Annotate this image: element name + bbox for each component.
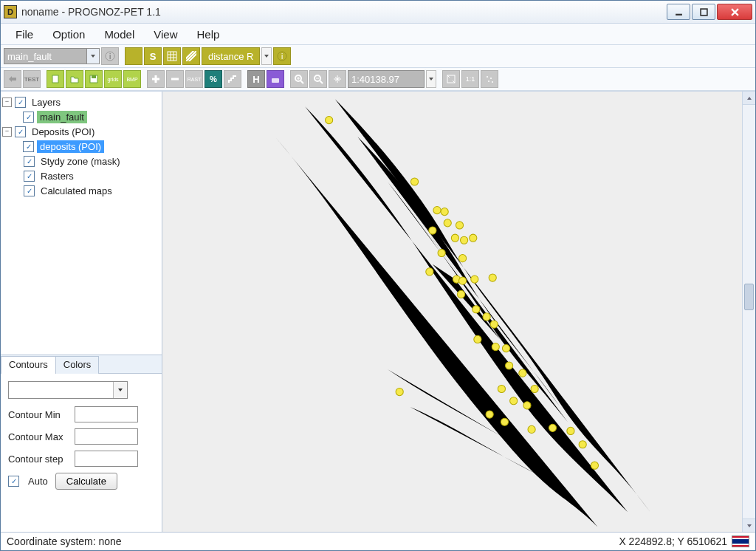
grids-export-icon[interactable]: grids bbox=[104, 70, 122, 88]
checkbox[interactable]: ✓ bbox=[15, 97, 26, 108]
svg-point-71 bbox=[396, 388, 403, 395]
svg-point-33 bbox=[492, 81, 493, 83]
open-icon[interactable] bbox=[66, 70, 83, 88]
tree-node-study-zone[interactable]: ✓ Stydy zone (mask) bbox=[2, 154, 160, 168]
rast-icon[interactable]: RAST bbox=[185, 70, 203, 88]
svg-point-41 bbox=[451, 234, 458, 242]
contour-field-select[interactable] bbox=[8, 381, 128, 399]
svg-point-54 bbox=[490, 321, 498, 328]
distance-r-button[interactable]: distance R bbox=[202, 47, 260, 65]
menu-option[interactable]: Option bbox=[44, 25, 94, 44]
info-icon[interactable]: i bbox=[101, 47, 119, 65]
eraser-icon[interactable] bbox=[267, 70, 284, 88]
tree-node-deposits-group[interactable]: − ✓ Deposits (POI) bbox=[2, 124, 160, 139]
info2-icon[interactable]: i bbox=[273, 47, 291, 65]
layer-combo[interactable]: main_fault bbox=[4, 48, 100, 64]
contour-step-row: Contour step bbox=[8, 451, 154, 467]
map-canvas[interactable] bbox=[162, 92, 755, 527]
auto-checkbox[interactable]: ✓ bbox=[8, 476, 19, 487]
svg-rect-6 bbox=[168, 52, 176, 61]
svg-point-67 bbox=[549, 424, 556, 431]
auto-label: Auto bbox=[28, 476, 48, 487]
tool-col1-icon[interactable] bbox=[125, 47, 142, 65]
svg-point-58 bbox=[506, 362, 513, 369]
minimize-button[interactable] bbox=[667, 4, 690, 20]
layer-combo-value: main_fault bbox=[7, 51, 52, 62]
layer-tree[interactable]: − ✓ Layers ✓ main_fault − ✓ Deposits (PO… bbox=[1, 92, 162, 355]
collapse-icon[interactable]: − bbox=[2, 127, 12, 137]
svg-point-64 bbox=[486, 411, 493, 418]
tree-label: Calculated maps bbox=[38, 185, 115, 197]
close-button[interactable] bbox=[717, 4, 752, 20]
tool-s-icon[interactable]: S bbox=[144, 47, 162, 65]
contour-max-input[interactable] bbox=[75, 428, 138, 445]
tree-label: Stydy zone (mask) bbox=[38, 155, 123, 168]
zoom-extent-icon[interactable] bbox=[442, 70, 460, 88]
svg-text:i: i bbox=[109, 52, 111, 61]
tab-body-contours: Contour Min Contour Max Contour step ✓ A… bbox=[1, 374, 162, 533]
scroll-down-icon[interactable] bbox=[743, 519, 755, 532]
tree-node-rasters[interactable]: ✓ Rasters bbox=[2, 168, 160, 183]
stairs-icon[interactable] bbox=[224, 70, 241, 88]
pan-icon[interactable] bbox=[329, 70, 346, 88]
menu-file[interactable]: File bbox=[7, 25, 42, 44]
tree-node-layers[interactable]: − ✓ Layers bbox=[2, 95, 160, 109]
zoom-out-icon[interactable] bbox=[309, 70, 327, 88]
menu-help[interactable]: Help bbox=[188, 25, 228, 44]
contour-min-row: Contour Min bbox=[8, 406, 154, 422]
svg-point-39 bbox=[456, 222, 463, 229]
svg-point-63 bbox=[523, 402, 531, 409]
chevron-down-icon bbox=[113, 382, 127, 398]
checkbox[interactable]: ✓ bbox=[15, 126, 26, 137]
tool-grid-icon[interactable] bbox=[163, 47, 181, 65]
calculate-button[interactable]: Calculate bbox=[55, 473, 117, 490]
svg-point-68 bbox=[567, 427, 574, 434]
scroll-thumb[interactable] bbox=[744, 284, 754, 310]
main-area: − ✓ Layers ✓ main_fault − ✓ Deposits (PO… bbox=[1, 91, 755, 532]
one-to-one-button[interactable]: 1:1 bbox=[461, 70, 479, 88]
svg-point-50 bbox=[489, 274, 496, 281]
svg-point-37 bbox=[441, 208, 448, 216]
save-icon[interactable] bbox=[85, 70, 103, 88]
app-window: D noname - PROGNOZ-PET 1.1 File Option M… bbox=[0, 0, 756, 551]
chevron-down-icon bbox=[86, 49, 99, 64]
svg-point-49 bbox=[471, 276, 478, 283]
checkbox[interactable]: ✓ bbox=[23, 112, 34, 123]
checkbox[interactable]: ✓ bbox=[23, 141, 34, 152]
tab-colors[interactable]: Colors bbox=[55, 356, 100, 374]
scatter-icon[interactable] bbox=[481, 70, 498, 88]
scale-dropdown[interactable] bbox=[426, 70, 436, 88]
bmp-export-icon[interactable]: BMP bbox=[123, 70, 141, 88]
reset-icon[interactable] bbox=[4, 70, 21, 88]
contour-step-input[interactable] bbox=[75, 451, 138, 467]
checkbox[interactable]: ✓ bbox=[24, 171, 35, 182]
zoom-in-icon[interactable] bbox=[290, 70, 308, 88]
checkbox[interactable]: ✓ bbox=[24, 185, 35, 196]
tab-contours[interactable]: Contours bbox=[1, 356, 56, 374]
scroll-up-icon[interactable] bbox=[743, 92, 755, 105]
tree-node-deposits-item[interactable]: ✓ deposits (POI) bbox=[2, 139, 160, 154]
percent-button[interactable]: % bbox=[205, 70, 222, 88]
menu-model[interactable]: Model bbox=[95, 25, 143, 44]
new-icon[interactable] bbox=[47, 70, 64, 88]
svg-point-34 bbox=[326, 117, 333, 124]
menu-view[interactable]: View bbox=[145, 25, 186, 44]
distance-dropdown[interactable] bbox=[261, 47, 272, 65]
vertical-scrollbar[interactable] bbox=[742, 92, 755, 532]
language-flag-icon[interactable] bbox=[732, 535, 749, 547]
add-icon[interactable] bbox=[147, 70, 165, 88]
tree-node-calc-maps[interactable]: ✓ Calculated maps bbox=[2, 183, 160, 198]
tool-hatch-icon[interactable] bbox=[182, 47, 200, 65]
titlebar: D noname - PROGNOZ-PET 1.1 bbox=[1, 1, 755, 24]
collapse-icon[interactable]: − bbox=[2, 97, 12, 107]
checkbox[interactable]: ✓ bbox=[24, 156, 35, 167]
h-button[interactable]: H bbox=[247, 70, 265, 88]
tree-node-main-fault[interactable]: ✓ main_fault bbox=[2, 109, 160, 124]
test-icon[interactable]: TEST bbox=[23, 70, 41, 88]
tree-label: Deposits (POI) bbox=[29, 126, 97, 138]
scale-display[interactable]: 1:40138.97 bbox=[348, 70, 425, 88]
properties-tabs: Contours Colors bbox=[1, 355, 162, 374]
contour-min-input[interactable] bbox=[75, 406, 138, 422]
maximize-button[interactable] bbox=[692, 4, 715, 20]
remove-icon[interactable] bbox=[166, 70, 184, 88]
